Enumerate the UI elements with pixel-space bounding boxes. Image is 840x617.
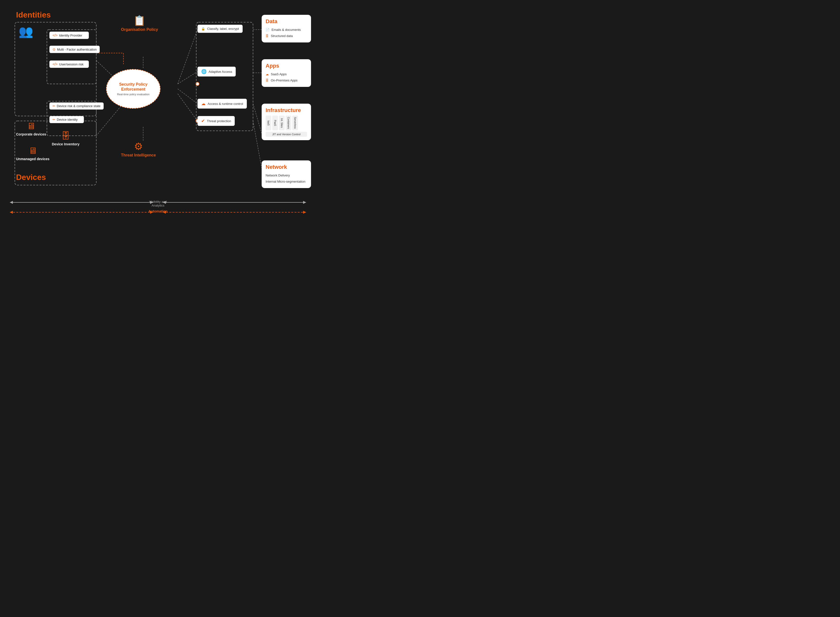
svg-line-17 <box>253 104 262 133</box>
containers-col: Containers <box>286 115 291 130</box>
access-runtime-label: Access & runtime control <box>208 102 243 106</box>
network-title: Network <box>266 164 307 170</box>
structured-data-icon: 🗄 <box>266 34 269 38</box>
identities-label: Identities <box>16 10 50 19</box>
on-premises-icon: 🗄 <box>266 78 269 82</box>
org-policy-group: 📋 Organisation Policy <box>121 15 158 32</box>
int-sites-col: Int. Sites <box>279 115 285 130</box>
unmanaged-devices-label: Unmanaged devices <box>16 157 49 161</box>
devices-label: Devices <box>16 173 46 182</box>
serverless-col: Serverless <box>292 115 298 130</box>
svg-line-9 <box>178 72 198 84</box>
classify-icon: 🔒 <box>201 27 205 31</box>
structured-data-label: Structured data <box>271 34 293 38</box>
threat-intelligence-icon: ⚙ <box>121 141 156 152</box>
data-title: Data <box>266 18 307 25</box>
micro-segmentation-item: Internal Micro-segmentation <box>266 179 307 185</box>
org-policy-label: Organisation Policy <box>121 27 158 32</box>
infra-section: Infrastructure IaaS PaaS Int. Sites Cont… <box>262 104 311 140</box>
threat-protection-icon: ✔ <box>201 118 205 124</box>
svg-line-7 <box>96 106 121 136</box>
svg-line-10 <box>178 89 198 104</box>
saas-apps-item: ☁ SaaS Apps <box>266 71 307 77</box>
unmanaged-devices-group: 🖥 Unmanaged devices <box>16 146 49 161</box>
saas-label: SaaS Apps <box>271 72 286 76</box>
emails-label: Emails & documents <box>272 28 301 32</box>
threat-intelligence-label: Threat Intelligence <box>121 153 156 158</box>
classify-box: 🔒 Classify, label, encrypt <box>198 25 243 33</box>
session-risk-icon: </> <box>53 62 58 66</box>
threat-protection-box: ✔ Threat protection <box>198 116 235 126</box>
corporate-devices-icon: 🖥 <box>16 121 46 131</box>
svg-point-12 <box>196 82 199 86</box>
threat-intelligence-group: ⚙ Threat Intelligence <box>121 141 156 158</box>
structured-data-item: 🗄 Structured data <box>266 33 307 39</box>
device-risk-box: ✏ Device risk & compliance state <box>49 102 104 109</box>
device-identity-box: ✏ Device identity <box>49 116 84 123</box>
saas-icon: ☁ <box>266 72 269 76</box>
adaptive-access-icon: 🌐 <box>201 69 207 74</box>
apps-title: Apps <box>266 63 307 69</box>
svg-marker-20 <box>10 201 13 204</box>
device-risk-label: Device risk & compliance state <box>57 104 100 108</box>
device-inventory-group: 🗄 Device Inventory <box>52 131 80 146</box>
security-policy-ellipse: Security Policy Enforcement Real-time po… <box>106 69 161 109</box>
adaptive-access-label: Adaptive Access <box>208 70 232 74</box>
users-icon: 👥 <box>19 25 33 38</box>
network-delivery-label: Network Delivery <box>266 174 290 177</box>
infra-cols: IaaS PaaS Int. Sites Containers Serverle… <box>266 115 307 130</box>
infra-title: Infrastructure <box>266 107 307 114</box>
corporate-devices-label: Corporate devices <box>16 132 46 136</box>
svg-marker-26 <box>10 211 13 214</box>
on-premises-label: On-Premises Apps <box>271 78 297 82</box>
adaptive-access-box: 🌐 Adaptive Access <box>198 66 236 77</box>
mfa-label: Multi - Factor authentication <box>57 48 96 51</box>
device-risk-icon: ✏ <box>53 104 55 108</box>
visibility-label: Visibility and Analytics <box>143 200 173 207</box>
micro-segmentation-label: Internal Micro-segmentation <box>266 180 306 183</box>
identity-provider-label: Identity Provider <box>59 34 82 37</box>
classify-label: Classify, label, encrypt <box>207 27 239 31</box>
emails-docs-item: 📄 Emails & documents <box>266 27 307 33</box>
access-runtime-icon: ☁ <box>201 101 206 106</box>
network-delivery-item: Network Delivery <box>266 172 307 179</box>
mfa-box: ⊙ Multi - Factor authentication <box>49 46 100 53</box>
svg-marker-30 <box>303 211 306 214</box>
network-section: Network Network Delivery Internal Micro-… <box>262 161 311 188</box>
threat-protection-label: Threat protection <box>207 119 231 123</box>
data-section: Data 📄 Emails & documents 🗄 Structured d… <box>262 15 311 43</box>
device-identity-icon: ✏ <box>53 118 55 121</box>
security-policy-title: Security Policy Enforcement <box>107 82 160 91</box>
svg-marker-24 <box>303 201 306 204</box>
svg-line-8 <box>178 30 198 84</box>
on-premises-apps-item: 🗄 On-Premises Apps <box>266 77 307 83</box>
paas-col: PaaS <box>272 115 278 130</box>
device-inventory-icon: 🗄 <box>52 131 80 141</box>
svg-rect-14 <box>196 22 253 131</box>
jit-label: JIT and Version Control <box>266 132 307 137</box>
svg-line-18 <box>253 121 262 168</box>
access-runtime-box: ☁ Access & runtime control <box>198 99 247 109</box>
session-risk-label: User/session risk <box>59 62 83 66</box>
apps-section: Apps ☁ SaaS Apps 🗄 On-Premises Apps <box>262 59 311 87</box>
identity-provider-box: </> Identity Provider <box>49 32 89 39</box>
iaas-col: IaaS <box>266 115 271 130</box>
device-identity-label: Device identity <box>57 118 78 121</box>
device-inventory-label: Device Inventory <box>52 142 80 146</box>
automation-label: Automation <box>146 209 170 213</box>
corporate-devices-group: 🖥 Corporate devices <box>16 121 46 136</box>
svg-line-11 <box>178 94 198 121</box>
mfa-icon: ⊙ <box>53 47 56 51</box>
emails-icon: 📄 <box>266 28 270 32</box>
identity-provider-icon: </> <box>53 33 58 37</box>
session-risk-box: </> User/session risk <box>49 61 89 68</box>
org-policy-icon: 📋 <box>121 15 158 27</box>
unmanaged-devices-icon: 🖥 <box>16 146 49 156</box>
security-policy-subtitle: Real-time policy evaluation <box>117 93 149 96</box>
